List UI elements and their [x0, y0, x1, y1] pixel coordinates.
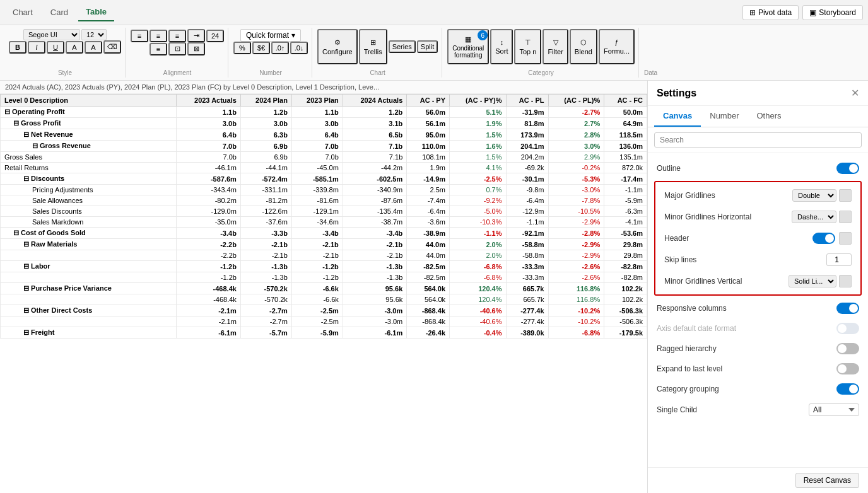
percent-button[interactable]: %	[233, 42, 251, 54]
expand-last-level-toggle[interactable]	[836, 363, 859, 374]
tab-table[interactable]: Table	[78, 3, 114, 21]
font-size-select[interactable]: 12	[81, 29, 107, 40]
minor-gridlines-v-select[interactable]: Solid Li... Dashed None	[789, 275, 836, 287]
major-gridlines-color[interactable]	[839, 189, 852, 202]
outline-row: Outline	[648, 158, 868, 178]
ragged-hierarchy-toggle[interactable]	[836, 343, 859, 354]
inc-decimal-button[interactable]: .0↑	[271, 42, 289, 54]
series-button[interactable]: Series	[389, 40, 416, 53]
table-row: Pricing Adjustments-343.4m-331.1m-339.8m…	[1, 185, 647, 195]
conditional-formatting-button[interactable]: ▦ 6 Conditionalformatting	[447, 29, 489, 64]
storyboard-button[interactable]: ▣ Storyboard	[802, 5, 863, 20]
settings-tab-canvas[interactable]: Canvas	[654, 106, 701, 127]
dec-decimal-button[interactable]: .0↓	[290, 42, 308, 54]
table-header-row: Level 0 Description 2023 Actuals 2024 Pl…	[1, 95, 647, 107]
minor-gridlines-v-row: Minor Gridlines Vertical Solid Li... Das…	[655, 270, 860, 292]
header-row: Header	[655, 228, 860, 249]
eraser-button[interactable]: ⌫	[103, 40, 121, 54]
outline-toggle[interactable]	[836, 163, 859, 174]
wrap-button[interactable]: ≡	[150, 43, 167, 55]
header-toggle[interactable]	[812, 233, 835, 244]
toolbar-right: ⊞ Pivot data ▣ Storyboard	[742, 5, 863, 20]
gridlines-section: Major Gridlines Double Single None Minor…	[654, 181, 862, 296]
pivot-data-button[interactable]: ⊞ Pivot data	[742, 5, 799, 20]
reset-canvas-button[interactable]: Reset Canvas	[795, 473, 859, 488]
settings-footer: Reset Canvas	[648, 467, 868, 493]
storyboard-label: Storyboard	[819, 8, 856, 17]
settings-tab-others[interactable]: Others	[748, 106, 790, 127]
tab-bar: Chart Card Table ⊞ Pivot data ▣ Storyboa…	[0, 0, 868, 25]
settings-close-button[interactable]: ✕	[851, 87, 859, 99]
skip-lines-label: Skip lines	[664, 255, 826, 264]
configure-label: Configure	[322, 48, 353, 55]
header-color[interactable]	[839, 232, 852, 245]
italic-button[interactable]: I	[28, 41, 45, 54]
col-header-acpl: AC - PL	[506, 95, 548, 107]
single-child-select[interactable]: All None	[809, 403, 859, 416]
expand-last-level-label: Expand to last level	[657, 364, 836, 373]
trellis-icon: ⊞	[370, 38, 376, 47]
responsive-cols-toggle[interactable]	[836, 303, 859, 314]
major-gridlines-select[interactable]: Double Single None	[792, 189, 836, 202]
responsive-cols-label: Responsive columns	[657, 304, 836, 313]
underline-button[interactable]: U	[47, 41, 64, 54]
formula-button[interactable]: ƒ Formu...	[599, 29, 635, 64]
ribbon-style-group: Segoe UI 12 B I U A A ⌫ Style	[5, 28, 126, 78]
table-row: -468.4k-570.2k-6.6k95.6k564.0k120.4%665.…	[1, 294, 647, 305]
filter-button[interactable]: ▽ Filter	[542, 29, 568, 64]
col-header-2023p: 2023 Plan	[291, 95, 343, 107]
minor-gridlines-h-select[interactable]: Dashe... Single None	[792, 211, 836, 223]
align-right-button[interactable]: ≡	[168, 30, 186, 42]
table-row: ⊟ Gross Profit3.0b3.0b3.0b3.1b56.1m1.9%8…	[1, 118, 647, 129]
minor-gridlines-h-color[interactable]	[839, 211, 852, 223]
skip-lines-input[interactable]	[826, 253, 852, 266]
chart-row1: ⚙ Configure ⊞ Trellis Series Split	[317, 29, 438, 64]
tab-card[interactable]: Card	[43, 4, 76, 21]
filter-icon: ▽	[553, 38, 558, 47]
align-row2: ≡ ⊡ ⊠	[150, 42, 205, 55]
pivot-icon: ⊞	[749, 8, 756, 17]
top-n-icon: ⊤	[525, 38, 531, 47]
bold-button[interactable]: B	[9, 41, 26, 54]
settings-search	[648, 127, 868, 153]
ribbon-category-group: ▦ 6 Conditionalformatting ↕ Sort ⊤ Top n…	[443, 28, 639, 78]
alignment-label: Alignment	[163, 68, 191, 76]
highlight-button[interactable]: A	[66, 41, 83, 54]
trellis-button[interactable]: ⊞ Trellis	[359, 29, 387, 64]
expand-last-level-row: Expand to last level	[648, 359, 868, 379]
currency-button[interactable]: $€	[252, 42, 270, 54]
category-label: Category	[528, 68, 554, 76]
cond-format-icon: ▦	[465, 35, 471, 44]
indent-button[interactable]: ⇥	[187, 29, 205, 42]
font-color-button[interactable]: A	[85, 41, 102, 54]
cell-format-button[interactable]: ⊠	[187, 42, 205, 55]
align-left-button[interactable]: ≡	[131, 30, 148, 42]
blend-button[interactable]: ⬡ Blend	[570, 29, 597, 64]
table-row: ⊟ Operating Profit1.1b1.2b1.1b1.2b56.0m5…	[1, 107, 647, 118]
merge-button[interactable]: ⊡	[168, 42, 186, 55]
axis-date-toggle[interactable]	[836, 323, 859, 334]
split-button[interactable]: Split	[417, 40, 438, 53]
number-row: % $€ .0↑ .0↓	[233, 42, 308, 54]
format-row: B I U A A ⌫	[9, 40, 121, 54]
sort-button[interactable]: ↕ Sort	[490, 29, 513, 64]
configure-icon: ⚙	[334, 38, 341, 47]
table-row: Gross Sales7.0b6.9b7.0b7.1b108.1m1.5%204…	[1, 152, 647, 163]
settings-tab-number[interactable]: Number	[701, 106, 748, 127]
table-row: Sales Markdown-35.0m-37.6m-34.6m-38.7m-3…	[1, 217, 647, 228]
minor-gridlines-v-color[interactable]	[839, 275, 852, 287]
configure-button[interactable]: ⚙ Configure	[317, 29, 358, 64]
align-center-button[interactable]: ≡	[150, 30, 167, 42]
table-row: ⊟ Purchase Price Variance-468.4k-570.2k-…	[1, 283, 647, 294]
cond-format-label: Conditionalformatting	[452, 45, 484, 59]
size-button[interactable]: 24	[206, 30, 224, 42]
top-n-button[interactable]: ⊤ Top n	[514, 29, 541, 64]
quick-format-button[interactable]: Quick format ▾	[240, 29, 301, 42]
search-input[interactable]	[654, 132, 862, 148]
category-grouping-label: Category grouping	[657, 385, 836, 393]
responsive-cols-row: Responsive columns	[648, 298, 868, 318]
col-header-acpy: AC - PY	[407, 95, 450, 107]
font-family-select[interactable]: Segoe UI	[23, 29, 80, 40]
tab-chart[interactable]: Chart	[5, 4, 40, 21]
category-grouping-toggle[interactable]	[836, 383, 859, 395]
